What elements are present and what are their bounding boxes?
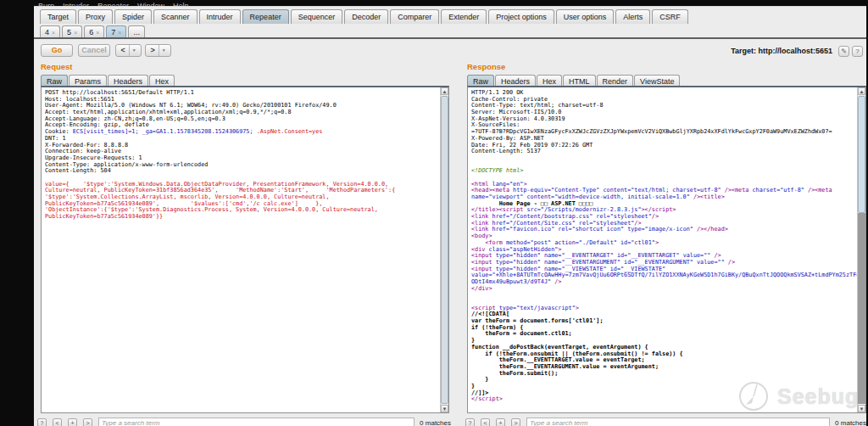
edit-target-button[interactable]: ✎	[838, 46, 849, 57]
seebug-logo-icon	[736, 378, 771, 414]
search-help-button[interactable]: ?	[465, 418, 475, 426]
cancel-button[interactable]: Cancel	[78, 44, 110, 57]
editor-line	[471, 162, 857, 169]
help-button[interactable]: ?	[852, 46, 863, 57]
search-prev-button[interactable]: <	[481, 418, 490, 426]
main-tab-scanner[interactable]: Scanner	[153, 9, 198, 24]
burp-window: TargetProxySpiderScannerIntruderRepeater…	[34, 6, 866, 426]
request-tab-headers[interactable]: Headers	[108, 75, 148, 87]
search-options-button[interactable]: +	[496, 418, 505, 426]
editor-line: X-AspNet-Version: 4.0.30319	[471, 116, 857, 123]
search-next-button[interactable]: >	[511, 418, 520, 426]
editor-line: PublicKeyToken=b77a5c561934e089'}}	[45, 214, 440, 221]
history-next-button[interactable]: > ▼	[145, 44, 171, 57]
response-scrollbar-thumb[interactable]	[858, 96, 865, 213]
main-tab-sequencer[interactable]: Sequencer	[291, 9, 343, 24]
repeater-tab-label: 6	[89, 28, 93, 36]
scroll-down-icon[interactable]: ▼	[858, 405, 865, 412]
main-tab-csrf[interactable]: CSRF	[652, 9, 688, 24]
response-raw-text[interactable]: HTTP/1.1 200 OKCache-Control: privateCon…	[468, 87, 857, 412]
request-raw-text[interactable]: POST http://localhost:5651/Default HTTP/…	[42, 87, 440, 412]
response-tab-viewstate[interactable]: ViewState	[634, 75, 680, 87]
repeater-tab-bar: 4×5×6×7×...	[34, 24, 866, 37]
response-scrollbar[interactable]: ▲ ▼	[857, 87, 865, 412]
request-search-matches: 0 matches	[420, 419, 451, 426]
editor-line: <script type="text/javascript">	[471, 305, 857, 312]
request-panel-title: Request	[41, 62, 72, 71]
editor-line: </div>	[471, 286, 857, 293]
response-tab-hex[interactable]: Hex	[537, 75, 562, 87]
request-tab-params[interactable]: Params	[69, 75, 107, 87]
history-prev-button[interactable]: < ▼	[115, 44, 142, 57]
target-bar: Target: http://localhost:5651 ✎ ?	[731, 45, 863, 57]
repeater-tab-label: 5	[67, 28, 71, 36]
response-scrollbar-track[interactable]	[858, 213, 865, 404]
editor-line	[471, 155, 857, 162]
close-icon[interactable]: ×	[52, 30, 55, 36]
main-tab-decoder[interactable]: Decoder	[344, 9, 388, 24]
close-icon[interactable]: ×	[74, 30, 77, 36]
response-search-bar: ? < + > 0 matches	[465, 417, 866, 426]
question-icon: ?	[855, 48, 859, 55]
editor-line: Content-Length: 504	[45, 168, 440, 175]
main-tab-target[interactable]: Target	[40, 9, 76, 24]
scroll-up-icon[interactable]: ▲	[858, 87, 865, 95]
request-tab-raw[interactable]: Raw	[41, 75, 68, 87]
tab-divider	[34, 37, 866, 39]
close-icon[interactable]: ×	[118, 30, 121, 36]
editor-line: var theForm = document.forms['ctl01'];	[471, 318, 857, 325]
menubar: BurpIntruderRepeaterWindowHelp	[34, 0, 868, 6]
chevron-down-icon[interactable]: ▼	[129, 45, 136, 56]
search-options-button[interactable]: +	[68, 418, 77, 426]
response-editor[interactable]: HTTP/1.1 200 OKCache-Control: privateCon…	[467, 86, 866, 413]
main-tab-comparer[interactable]: Comparer	[390, 9, 439, 24]
response-tab-headers[interactable]: Headers	[495, 75, 536, 87]
editor-line	[471, 292, 857, 299]
repeater-tab-label: 7	[111, 28, 115, 36]
go-button[interactable]: Go	[41, 44, 73, 57]
response-panel-title: Response	[467, 62, 505, 71]
search-prev-button[interactable]: <	[53, 418, 62, 426]
response-search-input[interactable]	[526, 418, 830, 426]
pencil-icon: ✎	[841, 48, 847, 55]
next-arrow-icon: >	[150, 45, 154, 56]
close-icon[interactable]: ×	[96, 30, 99, 36]
repeater-tab-6[interactable]: 6×	[84, 25, 104, 37]
main-tab-user-options[interactable]: User options	[556, 9, 615, 24]
repeater-tab-4[interactable]: 4×	[40, 25, 60, 37]
main-tab-extender[interactable]: Extender	[441, 9, 487, 24]
response-tab-render[interactable]: Render	[597, 75, 634, 87]
main-tab-project-options[interactable]: Project options	[488, 9, 554, 24]
response-view-tabs: RawHeadersHexHTMLRenderViewState	[467, 74, 681, 87]
request-scrollbar-thumb[interactable]	[441, 96, 448, 404]
scroll-up-icon[interactable]: ▲	[441, 87, 448, 95]
response-tab-raw[interactable]: Raw	[467, 75, 494, 87]
seebug-watermark-text: Seebug	[777, 384, 859, 409]
main-tab-alerts[interactable]: Alerts	[615, 9, 650, 24]
main-tab-proxy[interactable]: Proxy	[78, 9, 113, 24]
repeater-tab-7[interactable]: 7×	[106, 25, 126, 37]
request-search-input[interactable]	[98, 418, 415, 426]
editor-line: theForm = document.ctl01;	[471, 331, 857, 338]
search-help-button[interactable]: ?	[37, 418, 47, 426]
main-tab-repeater[interactable]: Repeater	[242, 9, 289, 24]
target-url: Target: http://localhost:5651	[731, 47, 832, 55]
main-tab-spider[interactable]: Spider	[114, 9, 152, 24]
scroll-down-icon[interactable]: ▼	[441, 405, 448, 412]
editor-line: <link href="favicon.ico" rel="shortcut i…	[471, 227, 857, 233]
request-view-tabs: RawParamsHeadersHex	[41, 74, 175, 87]
request-scrollbar[interactable]: ▲ ▼	[440, 87, 448, 412]
request-search-bar: ? < + > 0 matches	[37, 417, 451, 426]
request-editor[interactable]: POST http://localhost:5651/Default HTTP/…	[41, 86, 449, 413]
search-next-button[interactable]: >	[83, 418, 92, 426]
main-tab-intruder[interactable]: Intruder	[199, 9, 241, 24]
response-tab-html[interactable]: HTML	[563, 75, 596, 87]
main-tab-bar: TargetProxySpiderScannerIntruderRepeater…	[34, 8, 866, 24]
response-search-matches: 0 matches	[835, 419, 866, 426]
repeater-tab-label: 4	[45, 28, 49, 36]
repeater-tab-more[interactable]: ...	[128, 25, 145, 37]
request-tab-hex[interactable]: Hex	[149, 75, 175, 87]
seebug-watermark: Seebug	[736, 378, 859, 414]
chevron-down-icon[interactable]: ▼	[159, 45, 166, 56]
repeater-tab-5[interactable]: 5×	[62, 25, 82, 37]
